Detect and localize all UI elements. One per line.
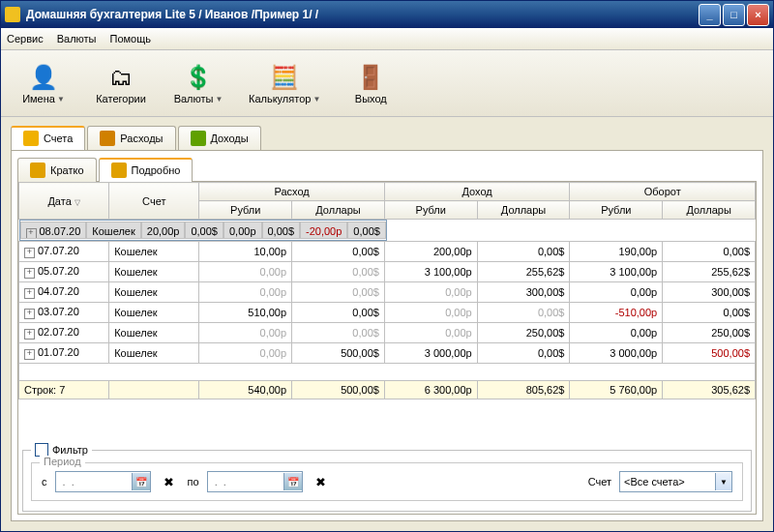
window-title: Домашняя бухгалтерия Lite 5 / Иванов /Пр…: [26, 8, 697, 21]
detail-panel: Дата▽ Счет Расход Доход Оборот Рубли Дол…: [17, 181, 757, 515]
col-inc-usd[interactable]: Доллары: [477, 201, 570, 220]
chevron-down-icon: ▼: [313, 95, 320, 103]
app-window: Домашняя бухгалтерия Lite 5 / Иванов /Пр…: [0, 0, 774, 532]
categories-button[interactable]: 🗂Категории: [86, 60, 156, 106]
menubar: Сервис Валюты Помощь: [1, 28, 773, 50]
calendar-icon[interactable]: 📅: [132, 473, 150, 490]
app-icon: [5, 7, 20, 22]
menu-currencies[interactable]: Валюты: [57, 33, 97, 44]
date-to-input[interactable]: [208, 476, 283, 488]
subtab-Кратко[interactable]: Кратко: [17, 158, 97, 182]
expand-icon[interactable]: +: [26, 228, 37, 239]
totals-row: Строк: 7540,00р500,00$6 300,00р805,62$5 …: [19, 381, 756, 399]
menu-help[interactable]: Помощь: [110, 33, 152, 44]
sub-tabs: КраткоПодробно: [17, 158, 757, 183]
account-select[interactable]: ▼: [619, 471, 732, 492]
col-exp-rub[interactable]: Рубли: [199, 201, 292, 220]
col-tur-usd[interactable]: Доллары: [663, 201, 756, 220]
calendar-icon[interactable]: 📅: [283, 473, 302, 490]
table-row[interactable]: +07.07.20Кошелек10,00р0,00$200,00р0,00$1…: [19, 242, 756, 262]
expand-icon[interactable]: +: [24, 248, 35, 258]
minimize-button[interactable]: _: [699, 4, 721, 26]
table-row[interactable]: +01.07.20Кошелек0,00р500,00$3 000,00р0,0…: [19, 343, 756, 364]
col-date[interactable]: Дата▽: [19, 183, 109, 220]
period-from-label: с: [42, 476, 47, 488]
col-tur-rub[interactable]: Рубли: [570, 201, 663, 220]
clear-to-button[interactable]: ✖: [311, 471, 332, 492]
currencies-button[interactable]: 💲Валюты▼: [164, 60, 233, 106]
expand-icon[interactable]: +: [24, 288, 35, 299]
toolbar: 👤Имена▼🗂Категории💲Валюты▼🧮Калькулятор▼🚪В…: [1, 50, 773, 117]
main-panel: КраткоПодробно Дата▽ Счет Расход: [11, 150, 763, 521]
table-row[interactable]: +02.07.20Кошелек0,00р0,00$0,00р250,00$0,…: [19, 323, 756, 343]
grid-wrap[interactable]: Дата▽ Счет Расход Доход Оборот Рубли Дол…: [18, 182, 756, 444]
period-legend: Период: [40, 456, 85, 467]
content: СчетаРасходыДоходы КраткоПодробно Дата▽ …: [1, 117, 773, 531]
table-row[interactable]: +03.07.20Кошелек510,00р0,00$0,00р0,00$-5…: [19, 303, 756, 323]
account-select-input[interactable]: [620, 476, 715, 488]
filter-legend[interactable]: Фильтр: [31, 443, 92, 457]
main-tabs: СчетаРасходыДоходы: [11, 126, 763, 151]
chevron-down-icon: ▼: [57, 95, 65, 103]
toolbar-icon: 💲: [183, 62, 214, 93]
col-income[interactable]: Доход: [384, 183, 570, 201]
col-account[interactable]: Счет: [109, 183, 199, 220]
table-row[interactable]: +05.07.20Кошелек0,00р0,00$3 100,00р255,6…: [19, 262, 756, 282]
filter-label: Фильтр: [52, 444, 88, 456]
tab-icon: [30, 163, 45, 178]
date-from-input[interactable]: [56, 476, 132, 488]
period-to-label: по: [188, 476, 199, 488]
menu-service[interactable]: Сервис: [7, 33, 44, 44]
subtab-Подробно[interactable]: Подробно: [99, 158, 194, 182]
tab-icon: [23, 131, 39, 146]
filter-box: Фильтр Период с 📅 ✖ по 📅: [22, 450, 752, 512]
exit-button[interactable]: 🚪Выход: [336, 60, 405, 106]
chevron-down-icon[interactable]: ▼: [715, 473, 731, 490]
expand-icon[interactable]: +: [24, 329, 35, 340]
chevron-down-icon: ▼: [215, 95, 223, 103]
spacer-row: [19, 364, 756, 381]
tab-Доходы[interactable]: Доходы: [178, 126, 261, 150]
col-expense[interactable]: Расход: [199, 183, 385, 201]
tab-icon: [191, 131, 206, 146]
col-inc-rub[interactable]: Рубли: [384, 201, 477, 220]
clear-from-button[interactable]: ✖: [159, 471, 180, 492]
data-grid: Дата▽ Счет Расход Доход Оборот Рубли Дол…: [18, 182, 756, 399]
expand-icon[interactable]: +: [24, 268, 35, 279]
toolbar-icon: 🚪: [355, 62, 386, 93]
expand-icon[interactable]: +: [24, 349, 35, 360]
date-from[interactable]: 📅: [55, 471, 151, 492]
col-exp-usd[interactable]: Доллары: [292, 201, 385, 220]
toolbar-icon: 👤: [28, 62, 59, 93]
tab-icon: [111, 163, 127, 178]
filter-checkbox[interactable]: [35, 443, 48, 457]
toolbar-icon: 🗂: [105, 62, 136, 93]
maximize-button[interactable]: □: [723, 4, 745, 26]
table-row[interactable]: +08.07.20Кошелек20,00р0,00$0,00р0,00$-20…: [19, 220, 387, 241]
names-button[interactable]: 👤Имена▼: [9, 60, 78, 106]
titlebar: Домашняя бухгалтерия Lite 5 / Иванов /Пр…: [1, 1, 773, 28]
close-button[interactable]: ×: [747, 4, 769, 26]
expand-icon[interactable]: +: [24, 309, 35, 319]
tab-icon: [100, 131, 115, 146]
tab-Счета[interactable]: Счета: [11, 126, 85, 150]
col-turnover[interactable]: Оборот: [570, 183, 756, 201]
table-row[interactable]: +04.07.20Кошелек0,00р0,00$0,00р300,00$0,…: [19, 282, 756, 303]
date-to[interactable]: 📅: [207, 471, 303, 492]
toolbar-icon: 🧮: [269, 62, 300, 93]
calculator-button[interactable]: 🧮Калькулятор▼: [241, 60, 328, 106]
account-filter-label: Счет: [588, 476, 611, 488]
tab-Расходы[interactable]: Расходы: [87, 126, 175, 150]
period-box: Период с 📅 ✖ по 📅 ✖: [31, 462, 743, 501]
